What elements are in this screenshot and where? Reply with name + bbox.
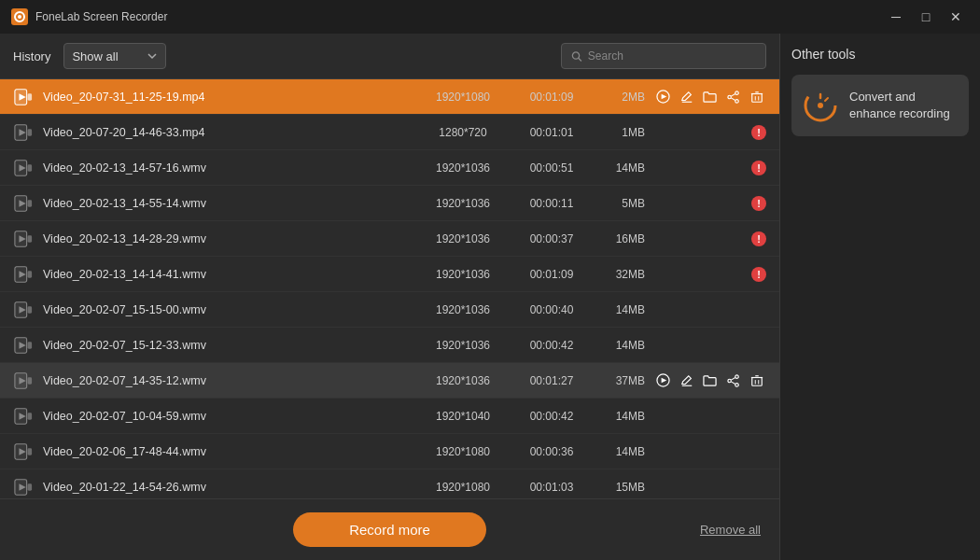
video-file-icon (13, 87, 34, 107)
bottom-bar: Record more Remove all (0, 498, 779, 560)
table-row[interactable]: Video_20-07-20_14-46-33.mp41280*72000:01… (0, 115, 779, 150)
svg-rect-26 (28, 164, 33, 171)
recording-actions (654, 371, 766, 391)
recording-actions: ! (654, 125, 766, 140)
recording-actions (654, 87, 766, 107)
video-file-icon (13, 406, 34, 427)
recording-name: Video_20-02-13_14-57-16.wmv (43, 161, 412, 175)
share-button[interactable] (725, 87, 743, 107)
recording-duration: 00:01:27 (514, 374, 589, 387)
right-panel: Other tools Convert and enhance recordin… (779, 34, 980, 560)
recording-resolution: 1920*1080 (421, 445, 505, 458)
filter-value: Show all (72, 49, 141, 63)
convert-enhance-tool[interactable]: Convert and enhance recording (791, 75, 969, 136)
recording-duration: 00:00:11 (514, 197, 589, 210)
table-row[interactable]: Video_20-02-07_10-04-59.wmv1920*104000:0… (0, 399, 779, 434)
table-row[interactable]: Video_20-02-13_14-55-14.wmv1920*103600:0… (0, 186, 779, 221)
folder-button[interactable] (701, 87, 719, 107)
recording-duration: 00:00:40 (514, 303, 589, 316)
other-tools-title: Other tools (791, 47, 969, 62)
recording-resolution: 1280*720 (421, 126, 505, 139)
recording-name: Video_20-02-07_10-04-59.wmv (43, 410, 412, 423)
recording-actions: ! (654, 196, 766, 211)
recording-resolution: 1920*1036 (421, 161, 505, 175)
table-row[interactable]: Video_20-02-13_14-14-41.wmv1920*103600:0… (0, 257, 779, 292)
table-row[interactable]: Video_20-02-07_15-15-00.wmv1920*103600:0… (0, 292, 779, 328)
video-file-icon (13, 158, 34, 178)
video-file-icon (13, 229, 34, 249)
video-file-icon (13, 300, 34, 320)
edit-button[interactable] (678, 371, 695, 391)
video-file-icon (13, 335, 34, 356)
table-row[interactable]: Video_20-02-13_14-57-16.wmv1920*103600:0… (0, 150, 779, 186)
svg-line-52 (732, 381, 735, 384)
history-label: History (13, 49, 50, 63)
svg-rect-53 (752, 377, 763, 385)
table-row[interactable]: Video_20-01-22_14-54-26.wmv1920*108000:0… (0, 469, 779, 498)
recording-resolution: 1920*1036 (421, 303, 505, 316)
table-row[interactable]: Video_20-02-07_14-35-12.wmv1920*103600:0… (0, 363, 779, 399)
error-indicator: ! (751, 267, 766, 282)
share-button[interactable] (725, 371, 743, 391)
table-row[interactable]: Video_20-07-31_11-25-19.mp41920*108000:0… (0, 79, 779, 115)
app-icon (11, 8, 28, 25)
recording-duration: 00:00:36 (514, 445, 589, 458)
svg-point-12 (735, 99, 739, 103)
recording-resolution: 1920*1036 (421, 268, 505, 281)
record-more-button[interactable]: Record more (293, 512, 486, 547)
search-box[interactable] (561, 43, 766, 69)
recording-resolution: 1920*1080 (421, 481, 505, 494)
recording-size: 32MB (598, 268, 645, 281)
maximize-button[interactable]: □ (913, 7, 939, 27)
svg-rect-38 (28, 306, 33, 313)
recording-size: 14MB (598, 161, 645, 175)
search-input[interactable] (588, 49, 756, 63)
svg-point-11 (735, 91, 739, 94)
recording-size: 14MB (598, 410, 645, 423)
svg-rect-16 (752, 93, 763, 102)
play-button[interactable] (654, 371, 672, 391)
svg-point-50 (728, 379, 732, 383)
svg-marker-9 (662, 94, 667, 100)
play-button[interactable] (654, 87, 672, 107)
table-row[interactable]: Video_20-02-06_17-48-44.wmv1920*108000:0… (0, 434, 779, 469)
video-file-icon (13, 477, 34, 497)
recording-name: Video_20-02-06_17-48-44.wmv (43, 445, 412, 458)
filter-dropdown[interactable]: Show all (63, 43, 166, 69)
recording-duration: 00:01:03 (514, 481, 589, 494)
close-button[interactable]: ✕ (943, 7, 969, 27)
recording-name: Video_20-02-07_15-12-33.wmv (43, 339, 412, 352)
titlebar: FoneLab Screen Recorder ─ □ ✕ (0, 0, 980, 34)
svg-point-48 (735, 374, 739, 378)
svg-point-3 (572, 51, 579, 58)
video-file-icon (13, 122, 34, 143)
svg-rect-35 (28, 271, 33, 277)
recording-duration: 00:00:51 (514, 161, 589, 175)
table-row[interactable]: Video_20-02-07_15-12-33.wmv1920*103600:0… (0, 328, 779, 363)
edit-button[interactable] (678, 87, 695, 107)
delete-button[interactable] (749, 87, 766, 107)
video-file-icon (13, 264, 34, 285)
video-file-icon (13, 193, 34, 214)
main-layout: History Show all Video_20-07-31_11-25-19… (0, 34, 980, 560)
recording-name: Video_20-02-13_14-55-14.wmv (43, 197, 412, 210)
recording-actions: ! (654, 231, 766, 246)
recording-size: 37MB (598, 374, 645, 387)
table-row[interactable]: Video_20-02-13_14-28-29.wmv1920*103600:0… (0, 221, 779, 257)
folder-button[interactable] (701, 371, 719, 391)
recording-actions: ! (654, 161, 766, 175)
recording-name: Video_20-07-20_14-46-33.mp4 (43, 126, 412, 139)
svg-rect-7 (28, 93, 33, 100)
recording-duration: 00:00:37 (514, 232, 589, 245)
svg-line-4 (579, 58, 581, 61)
svg-rect-23 (28, 129, 33, 135)
recording-resolution: 1920*1036 (421, 374, 505, 387)
svg-line-51 (732, 377, 735, 380)
convert-icon (803, 88, 838, 123)
toolbar: History Show all (0, 34, 779, 79)
minimize-button[interactable]: ─ (883, 7, 909, 27)
delete-button[interactable] (749, 371, 766, 391)
recording-name: Video_20-07-31_11-25-19.mp4 (43, 91, 412, 104)
left-panel: History Show all Video_20-07-31_11-25-19… (0, 34, 779, 560)
remove-all-button[interactable]: Remove all (700, 523, 761, 537)
